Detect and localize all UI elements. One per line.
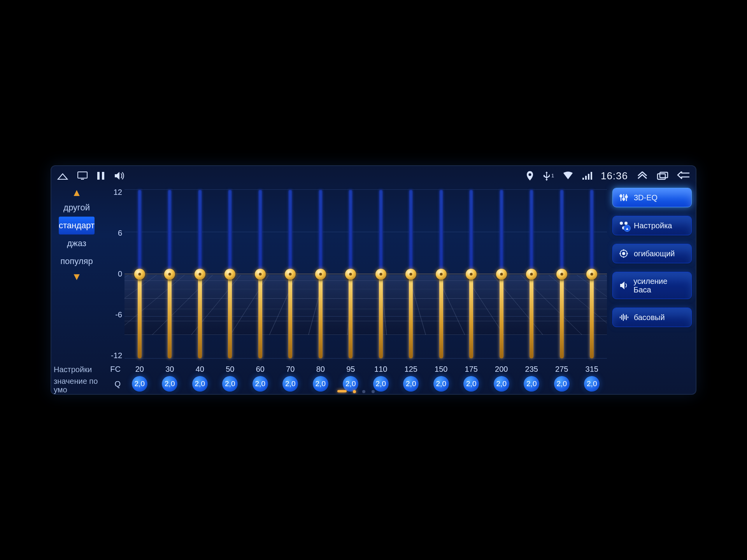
slider-knob[interactable] bbox=[556, 269, 567, 280]
y-tick: 0 bbox=[118, 270, 122, 278]
slider-knob[interactable] bbox=[164, 269, 175, 280]
eq-slider[interactable] bbox=[228, 189, 232, 359]
eq-slider[interactable] bbox=[288, 189, 292, 359]
slider-knob[interactable] bbox=[195, 269, 205, 280]
q-value[interactable]: 2,0 bbox=[162, 376, 177, 392]
eq-slider[interactable] bbox=[168, 189, 172, 359]
fc-value: 275 bbox=[554, 365, 570, 374]
bass-button[interactable]: басовый bbox=[612, 308, 692, 327]
q-value[interactable]: 2,0 bbox=[313, 376, 328, 392]
slider-knob[interactable] bbox=[224, 269, 235, 280]
svg-rect-1 bbox=[78, 172, 87, 178]
q-value[interactable]: 2,0 bbox=[373, 376, 389, 392]
wifi-icon bbox=[563, 172, 573, 180]
eq-slider[interactable] bbox=[198, 189, 202, 359]
default-value-label[interactable]: значение по умо bbox=[51, 374, 102, 394]
q-value[interactable]: 2,0 bbox=[433, 376, 449, 392]
eq-slider[interactable] bbox=[530, 189, 533, 359]
eq-slider[interactable] bbox=[560, 189, 564, 359]
svg-rect-7 bbox=[585, 176, 587, 180]
slider-knob[interactable] bbox=[285, 269, 296, 280]
fc-value: 110 bbox=[373, 365, 389, 374]
fc-value: 200 bbox=[494, 365, 509, 374]
preset-item[interactable]: стандарт bbox=[59, 217, 95, 234]
tuning-button[interactable]: ▲Настройка bbox=[612, 216, 692, 235]
eq-slider[interactable] bbox=[469, 189, 473, 359]
scroll-down-icon[interactable]: ▼ bbox=[72, 271, 82, 282]
eq-screen: 1 16:36 ▲ другойстандартджазпопуля bbox=[51, 165, 696, 395]
location-icon[interactable] bbox=[526, 171, 534, 181]
q-value[interactable]: 2,0 bbox=[132, 376, 147, 392]
eq-slider[interactable] bbox=[319, 189, 323, 359]
fc-value: 20 bbox=[132, 365, 147, 374]
q-value[interactable]: 2,0 bbox=[282, 376, 298, 392]
q-value[interactable]: 2,0 bbox=[222, 376, 238, 392]
fc-value: 60 bbox=[253, 365, 268, 374]
eq-slider[interactable] bbox=[258, 189, 262, 359]
slider-knob[interactable] bbox=[436, 269, 447, 280]
svg-rect-4 bbox=[102, 172, 104, 180]
slider-knob[interactable] bbox=[526, 269, 537, 280]
q-value[interactable]: 2,0 bbox=[343, 376, 358, 392]
preset-item[interactable]: популяр bbox=[59, 252, 95, 270]
eq-slider[interactable] bbox=[409, 189, 413, 359]
fc-value: 125 bbox=[403, 365, 419, 374]
eq-slider[interactable] bbox=[439, 189, 443, 359]
preset-item[interactable]: джаз bbox=[59, 234, 95, 252]
svg-rect-11 bbox=[660, 172, 668, 178]
settings-label[interactable]: Настройки bbox=[51, 363, 102, 374]
slider-knob[interactable] bbox=[345, 269, 356, 280]
fc-value: 175 bbox=[463, 365, 479, 374]
fc-value: 40 bbox=[192, 365, 208, 374]
eq-slider[interactable] bbox=[349, 189, 352, 359]
slider-knob[interactable] bbox=[496, 269, 507, 280]
slider-knob[interactable] bbox=[134, 269, 145, 280]
collapse-up-icon[interactable] bbox=[637, 172, 648, 180]
button-label: 3D-EQ bbox=[634, 193, 658, 202]
eq-slider[interactable] bbox=[138, 189, 142, 359]
monitor-icon[interactable] bbox=[77, 171, 88, 180]
q-value[interactable]: 2,0 bbox=[554, 376, 570, 392]
svg-rect-3 bbox=[97, 172, 100, 180]
q-value[interactable]: 2,0 bbox=[494, 376, 509, 392]
eq-slider[interactable] bbox=[379, 189, 383, 359]
bassboost-button[interactable]: усиление Баса bbox=[612, 272, 692, 299]
q-value[interactable]: 2,0 bbox=[524, 376, 539, 392]
q-value[interactable]: 2,0 bbox=[403, 376, 419, 392]
y-tick: 12 bbox=[114, 188, 122, 197]
slider-knob[interactable] bbox=[255, 269, 266, 280]
scroll-up-icon[interactable]: ▲ bbox=[72, 187, 82, 198]
surround-button[interactable]: огибающий bbox=[612, 244, 692, 263]
fc-value: 315 bbox=[584, 365, 600, 374]
preset-sidebar: ▲ другойстандартджазпопуляр ▼ Настройки … bbox=[51, 186, 102, 394]
page-indicator bbox=[337, 390, 375, 393]
q-value[interactable]: 2,0 bbox=[192, 376, 208, 392]
q-value[interactable]: 2,0 bbox=[463, 376, 479, 392]
volume-icon[interactable] bbox=[114, 171, 124, 180]
q-value[interactable]: 2,0 bbox=[253, 376, 268, 392]
svg-rect-10 bbox=[658, 174, 665, 179]
3d-eq-button[interactable]: 3D-EQ bbox=[612, 188, 692, 207]
pause-icon[interactable] bbox=[96, 171, 105, 180]
slider-knob[interactable] bbox=[315, 269, 326, 280]
svg-point-18 bbox=[620, 222, 623, 225]
q-value[interactable]: 2,0 bbox=[584, 376, 600, 392]
fc-value: 30 bbox=[162, 365, 177, 374]
preset-item[interactable]: другой bbox=[59, 199, 95, 217]
eq-slider[interactable] bbox=[500, 189, 503, 359]
slider-knob[interactable] bbox=[466, 269, 477, 280]
slider-knob[interactable] bbox=[586, 269, 597, 280]
svg-point-22 bbox=[622, 252, 625, 255]
fc-value: 235 bbox=[524, 365, 539, 374]
recent-apps-icon[interactable] bbox=[657, 172, 668, 180]
svg-rect-8 bbox=[588, 174, 589, 180]
nav-overlay-icon: ▲ bbox=[624, 225, 631, 232]
svg-point-17 bbox=[626, 196, 628, 198]
home-icon[interactable] bbox=[57, 172, 68, 180]
slider-knob[interactable] bbox=[375, 269, 386, 280]
button-label: огибающий bbox=[634, 249, 675, 258]
back-icon[interactable] bbox=[677, 172, 690, 180]
eq-slider[interactable] bbox=[590, 189, 594, 359]
speaker-icon bbox=[618, 281, 629, 290]
slider-knob[interactable] bbox=[405, 269, 416, 280]
